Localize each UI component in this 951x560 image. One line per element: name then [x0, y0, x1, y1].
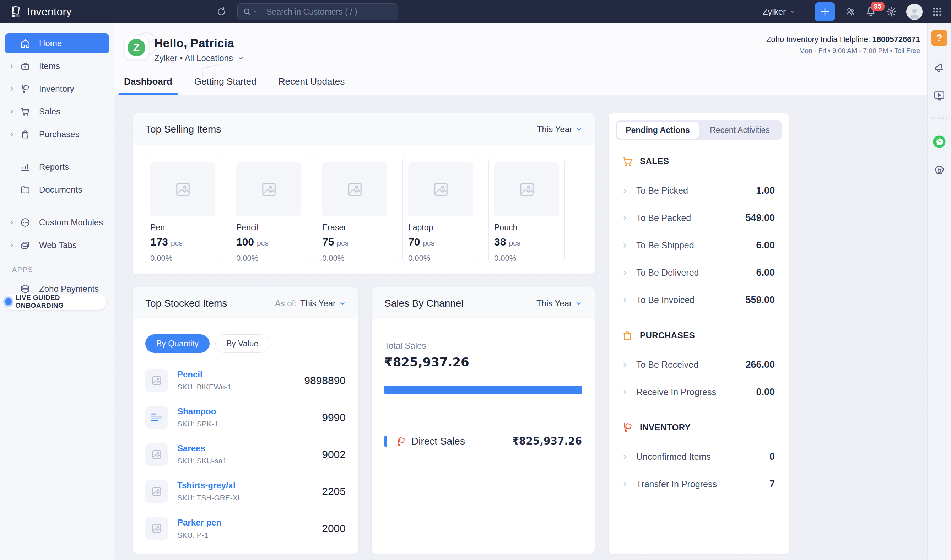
tab-recent-updates[interactable]: Recent Updates [277, 76, 346, 95]
sidebar-item-inventory[interactable]: Inventory [5, 79, 109, 99]
range-label: This Year [537, 125, 572, 134]
dashboard-header: Z Hello, Patricia Zylker • All Locations… [114, 23, 927, 95]
rail-divider [931, 117, 947, 119]
pending-row[interactable]: To Be Picked 1.00 [621, 177, 775, 204]
pending-row[interactable]: To Be Shipped 6.00 [621, 232, 775, 259]
item-stock-value: 2205 [322, 485, 346, 497]
chevron-right-icon[interactable] [9, 108, 18, 115]
item-unit: pcs [337, 239, 348, 247]
topbar-divider [805, 6, 805, 18]
onboarding-label: LIVE GUIDED ONBOARDING [15, 294, 106, 309]
main-content: Z Hello, Patricia Zylker • All Locations… [114, 23, 927, 560]
tab-pending-actions[interactable]: Pending Actions [617, 122, 699, 138]
tab-dashboard[interactable]: Dashboard [123, 76, 174, 95]
range-label: This Year [536, 298, 572, 308]
row-value: 0.00 [756, 386, 775, 398]
sidebar-item-purchases[interactable]: Purchases [5, 125, 109, 144]
sidebar-item-documents[interactable]: Documents [5, 180, 109, 200]
item-sku: SKU: TSH-GRE-XL [177, 494, 242, 502]
item-link[interactable]: Pencil [177, 369, 232, 380]
top-stocked-range-select[interactable]: As of: This Year [275, 298, 346, 308]
chevron-down-icon [237, 55, 245, 62]
purchases-section: PURCHASES To Be Received 266.00 Receive … [609, 329, 789, 406]
pending-row[interactable]: Unconfirmed Items 0 [621, 443, 775, 471]
item-percent: 0.00% [494, 254, 559, 263]
pending-row[interactable]: To Be Packed 549.00 [621, 204, 775, 232]
help-button[interactable]: ? [931, 30, 948, 46]
search-input[interactable] [266, 7, 392, 17]
pending-row[interactable]: Receive In Progress 0.00 [621, 378, 775, 406]
chevron-right-icon[interactable] [9, 131, 18, 137]
refresh-icon[interactable] [216, 6, 227, 17]
whatsapp-icon[interactable] [932, 134, 947, 149]
live-guided-onboarding-button[interactable]: LIVE GUIDED ONBOARDING [5, 294, 106, 310]
item-name: Pencil [236, 223, 301, 232]
item-name: Pouch [494, 223, 559, 232]
tab-getting-started[interactable]: Getting Started [193, 76, 258, 95]
video-tutorials-icon[interactable] [933, 89, 945, 102]
channel-color-tick [385, 435, 387, 447]
org-switcher[interactable]: Zylker [763, 7, 796, 17]
top-selling-item[interactable]: Pencil 100pcs 0.00% [231, 157, 307, 263]
quick-create-button[interactable] [815, 3, 835, 21]
item-link[interactable]: Sarees [177, 443, 227, 454]
search-scope-chevron-icon[interactable] [252, 9, 258, 15]
item-link[interactable]: Tshirts-grey/xl [177, 480, 242, 490]
chevron-right-icon[interactable] [9, 63, 18, 69]
item-qty: 100 [236, 236, 254, 248]
app-logo[interactable]: Inventory [0, 5, 114, 18]
top-selling-item[interactable]: Pouch 38pcs 0.00% [488, 157, 565, 263]
global-search[interactable] [237, 3, 398, 20]
announcements-megaphone-icon[interactable] [933, 62, 945, 74]
pending-row[interactable]: To Be Delivered 6.00 [621, 259, 775, 286]
pending-row[interactable]: To Be Invoiced 559.00 [621, 286, 775, 314]
chevron-right-icon[interactable] [9, 242, 18, 248]
sidebar-item-label: Zoho Payments [39, 284, 99, 294]
sales-channel-range-select[interactable]: This Year [536, 298, 582, 308]
chevron-right-icon[interactable] [9, 86, 18, 92]
item-name: Laptop [408, 223, 473, 232]
sidebar-item-items[interactable]: Items [5, 56, 109, 76]
org-name: Zylker [763, 7, 786, 17]
top-selling-item[interactable]: Pen 173pcs 0.00% [145, 157, 221, 263]
row-value: 6.00 [756, 240, 775, 251]
tab-recent-activities[interactable]: Recent Activities [699, 122, 781, 138]
integrations-plug-icon[interactable] [933, 165, 946, 178]
sidebar-item-sales[interactable]: Sales [5, 102, 109, 122]
helpline: Zoho Inventory India Helpline: 180057266… [766, 35, 920, 55]
image-placeholder-icon [150, 162, 215, 216]
avatar[interactable] [906, 3, 923, 20]
location-selector[interactable]: Zylker • All Locations [154, 53, 245, 63]
apps-grid-icon[interactable] [932, 6, 942, 17]
circle-dots-icon [20, 217, 32, 228]
sidebar-item-label: Reports [39, 162, 69, 172]
top-selling-item[interactable]: Laptop 70pcs 0.00% [403, 157, 479, 263]
top-selling-item[interactable]: Eraser 75pcs 0.00% [317, 157, 393, 263]
sidebar-item-custom-modules[interactable]: Custom Modules [5, 212, 109, 232]
item-unit: pcs [509, 239, 520, 247]
row-value: 7 [769, 478, 775, 490]
item-sku: SKU: SPK-1 [177, 420, 219, 428]
row-value: 0 [769, 451, 775, 462]
handtruck-logo-icon [9, 5, 22, 18]
settings-gear-icon[interactable] [886, 6, 897, 17]
row-value: 1.00 [756, 185, 775, 196]
notifications-bell-icon[interactable]: 95 [865, 6, 876, 17]
total-sales-label: Total Sales [385, 341, 582, 351]
chevron-right-icon[interactable] [9, 219, 18, 226]
handtruck-icon [621, 422, 633, 434]
item-link[interactable]: Parker pen [177, 518, 221, 528]
item-link[interactable]: Shampoo [177, 406, 219, 417]
item-unit: pcs [171, 239, 183, 247]
onboarding-dot-icon [5, 298, 12, 305]
pending-row[interactable]: To Be Received 266.00 [621, 351, 775, 378]
by-quantity-toggle[interactable]: By Quantity [145, 334, 209, 353]
sidebar-item-reports[interactable]: Reports [5, 157, 109, 177]
pending-row[interactable]: Transfer In Progress 7 [621, 471, 775, 498]
sidebar-item-home[interactable]: Home [5, 34, 109, 53]
item-stock-value: 2000 [322, 522, 346, 534]
sidebar-item-web-tabs[interactable]: Web Tabs [5, 235, 109, 255]
by-value-toggle[interactable]: By Value [215, 334, 269, 353]
users-icon[interactable] [845, 6, 856, 17]
top-selling-range-select[interactable]: This Year [537, 125, 582, 134]
